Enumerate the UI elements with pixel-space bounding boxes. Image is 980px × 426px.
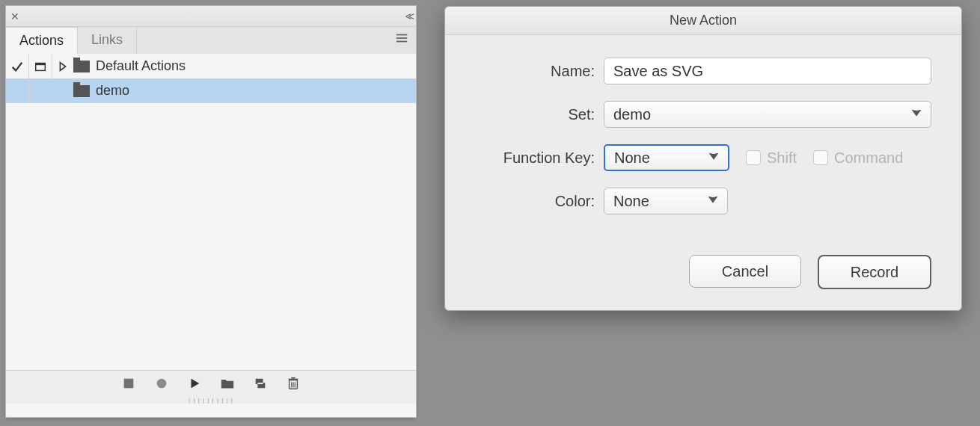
dialog-title: New Action [445,7,961,35]
tree-row-label: Default Actions [96,58,186,74]
color-value: None [613,193,649,210]
chevron-down-icon [706,193,720,210]
shift-label: Shift [767,149,797,167]
tree-row-default-actions[interactable]: Default Actions [6,54,416,78]
actions-panel: ✕ << Actions Links Default Actions [6,6,416,417]
panel-resize-handle[interactable]: | | | | | | | | | | [6,396,416,404]
tree-row-demo[interactable]: demo [6,78,416,103]
svg-rect-4 [36,63,46,65]
checkbox-box [813,150,828,165]
tab-actions[interactable]: Actions [6,27,78,54]
collapse-icon[interactable]: << [405,10,411,22]
chevron-down-icon [707,149,720,167]
folder-icon [73,85,90,97]
svg-point-6 [157,379,167,389]
dialog-buttons: Cancel Record [445,246,961,310]
panel-tabs: Actions Links [6,27,416,54]
cancel-button[interactable]: Cancel [689,255,801,288]
row-set: Set: demo [445,101,931,128]
record-button[interactable]: Record [818,255,931,289]
new-folder-icon[interactable] [220,376,235,391]
panel-footer [6,370,416,396]
row-check-toggle[interactable] [6,54,29,78]
chevron-down-icon [910,106,923,123]
expand-toggle[interactable] [52,60,73,73]
close-icon[interactable]: ✕ [10,10,19,22]
label-color: Color: [445,193,604,210]
new-item-icon[interactable] [253,376,268,391]
set-select[interactable]: demo [604,101,931,128]
play-icon[interactable] [187,376,202,391]
panel-menu-icon[interactable] [395,27,416,54]
trash-icon[interactable] [286,376,301,391]
label-set: Set: [445,106,604,123]
name-input[interactable]: Save as SVG [604,58,931,84]
svg-rect-9 [289,379,298,380]
panel-header: ✕ << [6,6,416,27]
tree-row-label: demo [96,83,129,99]
row-function-key: Function Key: None Shift Command [445,144,931,171]
new-action-dialog: New Action Name: Save as SVG Set: demo F… [444,6,962,311]
color-select[interactable]: None [604,188,728,214]
svg-rect-7 [257,383,263,384]
svg-rect-1 [396,37,407,39]
folder-icon [73,61,90,72]
command-checkbox[interactable]: Command [813,149,903,167]
stop-icon[interactable] [121,376,136,391]
row-check-toggle[interactable] [6,78,29,103]
svg-rect-0 [396,34,407,36]
svg-rect-2 [396,41,407,43]
shift-checkbox[interactable]: Shift [746,149,797,167]
record-icon[interactable] [154,376,169,391]
svg-rect-5 [124,379,134,389]
checkbox-box [746,150,761,165]
function-key-select[interactable]: None [604,144,729,171]
set-value: demo [613,106,651,123]
command-label: Command [834,149,903,167]
svg-rect-10 [291,377,295,379]
actions-tree: Default Actions demo [6,54,416,370]
function-key-value: None [614,149,650,167]
tab-links[interactable]: Links [78,27,137,54]
row-dialog-toggle[interactable] [29,54,52,78]
row-dialog-toggle[interactable] [29,78,52,103]
dialog-body: Name: Save as SVG Set: demo Function Key… [445,35,961,246]
row-color: Color: None [445,188,931,214]
row-name: Name: Save as SVG [445,58,931,84]
label-name: Name: [445,63,604,80]
label-function-key: Function Key: [445,149,604,167]
